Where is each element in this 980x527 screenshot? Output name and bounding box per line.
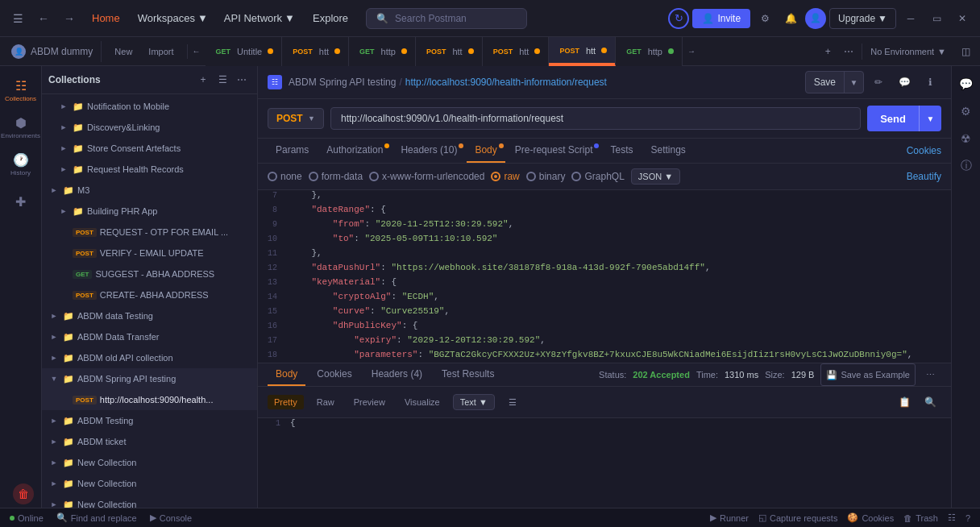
resp-pretty-button[interactable]: Pretty	[268, 395, 304, 409]
settings-icon[interactable]: ⚙	[754, 7, 776, 30]
resp-raw-button[interactable]: Raw	[310, 395, 341, 409]
resp-more-icon[interactable]: ⋯	[919, 363, 941, 386]
info-icon[interactable]: ℹ	[919, 71, 941, 93]
home-button[interactable]: Home	[84, 9, 128, 27]
radio-form-data[interactable]: form-data	[309, 171, 363, 182]
new-button[interactable]: New	[108, 44, 139, 59]
list-item[interactable]: ► 📁 Notification to Mobile	[42, 96, 257, 117]
list-item[interactable]: ► 📁 New Collection	[42, 494, 257, 508]
list-item[interactable]: GET SUGGEST - ABHA ADDRESS	[42, 264, 257, 284]
resp-tab-cookies[interactable]: Cookies	[309, 363, 359, 386]
online-status[interactable]: Online	[6, 513, 47, 523]
add-collection-icon[interactable]: +	[194, 71, 212, 89]
sidebar-icon-environments[interactable]: ⬢ Environments	[3, 110, 39, 145]
tab-headers[interactable]: Headers (10)	[392, 139, 465, 163]
sidebar-icon-history[interactable]: 🕐 History	[3, 147, 39, 182]
resp-visualize-button[interactable]: Visualize	[398, 395, 446, 409]
list-item[interactable]: ► 📁 M3	[42, 180, 257, 201]
more-collections-icon[interactable]: ⋯	[233, 71, 251, 89]
radio-raw[interactable]: raw	[491, 171, 519, 182]
save-as-example-button[interactable]: 💾 Save as Example	[820, 363, 916, 386]
workspaces-menu[interactable]: Workspaces ▼	[131, 9, 214, 27]
tab-get-http-2[interactable]: GET http	[616, 37, 683, 66]
list-item[interactable]: ► 📁 New Collection	[42, 473, 257, 494]
forward-icon[interactable]: →	[58, 7, 81, 30]
list-item[interactable]: ► 📁 Discovery&Linking	[42, 117, 257, 138]
right-panel-icon-2[interactable]: ⚙	[955, 100, 978, 122]
save-dropdown-icon[interactable]: ▼	[844, 72, 863, 93]
send-dropdown-icon[interactable]: ▼	[919, 106, 941, 131]
resp-copy-icon[interactable]: 📋	[893, 391, 916, 413]
right-panel-icon-4[interactable]: ⓘ	[955, 155, 978, 177]
radio-binary[interactable]: binary	[526, 171, 566, 182]
help-button[interactable]: ?	[962, 512, 974, 523]
menu-icon[interactable]: ☰	[6, 7, 29, 30]
maximize-icon[interactable]: ▭	[925, 7, 948, 30]
list-item[interactable]: ► 📁 Request Health Records	[42, 159, 257, 180]
sidebar-icon-other[interactable]: ✚	[3, 184, 39, 219]
save-button[interactable]: Save	[806, 73, 844, 92]
list-item[interactable]: ► 📁 New Collection	[42, 452, 257, 473]
resp-filter-icon[interactable]: ☰	[501, 391, 524, 413]
new-tab-icon[interactable]: +	[818, 42, 837, 61]
resp-tab-test-results[interactable]: Test Results	[434, 363, 502, 386]
explore-button[interactable]: Explore	[305, 9, 356, 27]
list-item[interactable]: ► 📁 ABDM old API collection	[42, 347, 257, 368]
resp-search-icon[interactable]: 🔍	[919, 391, 941, 413]
list-item[interactable]: POST VERIFY - EMAIL UPDATE	[42, 243, 257, 264]
invite-button[interactable]: 👤 Invite	[692, 9, 750, 28]
find-replace-button[interactable]: 🔍 Find and replace	[53, 512, 140, 523]
list-item[interactable]: ► 📁 ABDM data Testing	[42, 305, 257, 326]
tab-post-htt-2[interactable]: POST htt	[416, 37, 483, 66]
tab-pre-request[interactable]: Pre-request Script	[507, 139, 601, 163]
trash-button[interactable]: 🗑 Trash	[900, 512, 941, 523]
tab-post-htt-1[interactable]: POST htt	[282, 37, 349, 66]
tabs-prev-icon[interactable]: ←	[188, 43, 206, 60]
json-type-selector[interactable]: JSON ▼	[631, 168, 680, 185]
layout-toggle-icon[interactable]: ◫	[954, 40, 977, 63]
resp-preview-button[interactable]: Preview	[347, 395, 392, 409]
cookies-link[interactable]: Cookies	[907, 145, 941, 156]
list-item[interactable]: ► 📁 ABDM Testing	[42, 410, 257, 431]
environment-selector[interactable]: No Environment ▼	[862, 44, 954, 60]
notification-icon[interactable]: 🔔	[779, 7, 802, 30]
list-item[interactable]: ► 📁 Store Consent Artefacts	[42, 138, 257, 159]
right-panel-icon-3[interactable]: ☢	[955, 127, 978, 150]
tab-tests[interactable]: Tests	[602, 139, 641, 163]
list-item-abdm-spring[interactable]: ▼ 📁 ABDM Spring API testing	[42, 368, 257, 389]
tab-get-untitle[interactable]: GET Untitle	[206, 37, 283, 66]
list-item[interactable]: ► 📁 Building PHR App	[42, 201, 257, 222]
runner-button[interactable]: ▶ Runner	[707, 512, 752, 523]
send-button[interactable]: Send	[867, 107, 919, 131]
tab-post-htt-3[interactable]: POST htt	[483, 37, 550, 66]
cookies-button[interactable]: 🍪 Cookies	[844, 512, 897, 523]
more-tabs-icon[interactable]: ⋯	[839, 42, 858, 61]
tab-authorization[interactable]: Authorization	[318, 139, 391, 163]
tabs-next-icon[interactable]: →	[683, 43, 700, 60]
minimize-icon[interactable]: ─	[899, 7, 922, 30]
resp-tab-body[interactable]: Body	[268, 363, 305, 386]
tab-post-htt-active[interactable]: POST htt	[549, 37, 616, 66]
edit-icon[interactable]: ✏	[867, 71, 890, 93]
list-item-active-request[interactable]: POST http://localhost:9090/health...	[42, 389, 257, 410]
console-button[interactable]: ▶ Console	[147, 512, 195, 523]
filter-icon[interactable]: ☰	[214, 71, 231, 89]
tab-params[interactable]: Params	[268, 139, 317, 163]
bootcamp-button[interactable]: ☷	[945, 512, 959, 523]
url-input[interactable]	[330, 107, 861, 130]
capture-button[interactable]: ◱ Capture requests	[755, 512, 841, 523]
list-item[interactable]: ► 📁 ABDM ticket	[42, 431, 257, 452]
beautify-button[interactable]: Beautify	[907, 171, 941, 182]
tab-body[interactable]: Body	[467, 139, 505, 163]
tab-get-http[interactable]: GET http	[349, 37, 416, 66]
response-format-selector[interactable]: Text ▼	[453, 394, 495, 410]
tab-settings[interactable]: Settings	[643, 139, 694, 163]
sync-icon[interactable]: ↻	[668, 8, 689, 29]
search-bar[interactable]: 🔍 Search Postman	[366, 8, 527, 29]
user-avatar[interactable]: 👤	[805, 8, 826, 29]
right-panel-icon-1[interactable]: 💬	[955, 73, 978, 95]
back-icon[interactable]: ←	[32, 7, 55, 30]
radio-graphql[interactable]: GraphQL	[571, 171, 624, 182]
close-icon[interactable]: ✕	[951, 7, 974, 30]
list-item[interactable]: POST CREATE- ABHA ADDRESS	[42, 284, 257, 305]
